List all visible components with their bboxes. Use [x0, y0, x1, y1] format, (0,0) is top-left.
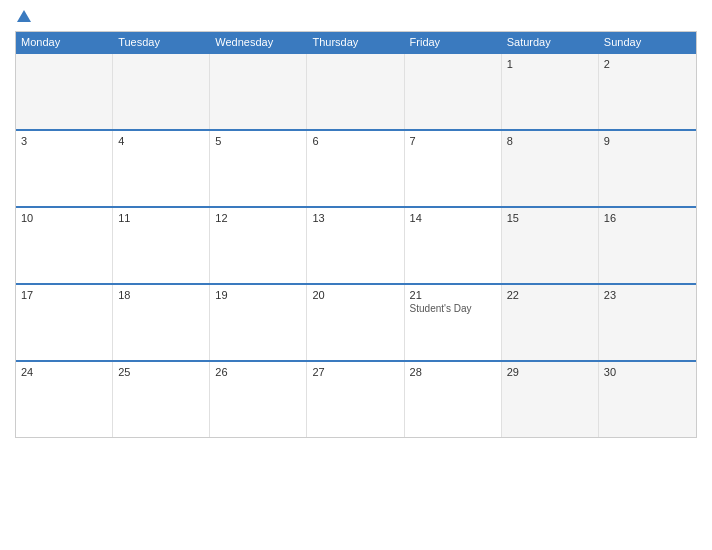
- day-number: 6: [312, 135, 398, 147]
- day-cell: 14: [405, 208, 502, 283]
- day-cell: 12: [210, 208, 307, 283]
- day-cell: 2: [599, 54, 696, 129]
- day-cell: [113, 54, 210, 129]
- calendar: MondayTuesdayWednesdayThursdayFridaySatu…: [15, 31, 697, 438]
- calendar-body: 123456789101112131415161718192021Student…: [16, 52, 696, 437]
- day-number: 5: [215, 135, 301, 147]
- day-number: 9: [604, 135, 691, 147]
- day-number: 22: [507, 289, 593, 301]
- day-cell: 7: [405, 131, 502, 206]
- day-cell: [210, 54, 307, 129]
- week-row-2: 3456789: [16, 129, 696, 206]
- day-cell: 21Student's Day: [405, 285, 502, 360]
- day-cell: 28: [405, 362, 502, 437]
- day-cell: 5: [210, 131, 307, 206]
- day-cell: 26: [210, 362, 307, 437]
- page: MondayTuesdayWednesdayThursdayFridaySatu…: [0, 0, 712, 550]
- day-number: 15: [507, 212, 593, 224]
- logo: [15, 10, 31, 23]
- day-cell: 15: [502, 208, 599, 283]
- header: [15, 10, 697, 23]
- day-number: 29: [507, 366, 593, 378]
- day-cell: 27: [307, 362, 404, 437]
- day-number: 30: [604, 366, 691, 378]
- day-number: 18: [118, 289, 204, 301]
- day-number: 17: [21, 289, 107, 301]
- day-cell: 3: [16, 131, 113, 206]
- day-cell: [16, 54, 113, 129]
- day-number: 28: [410, 366, 496, 378]
- day-number: 3: [21, 135, 107, 147]
- day-cell: 8: [502, 131, 599, 206]
- day-cell: 17: [16, 285, 113, 360]
- day-cell: 30: [599, 362, 696, 437]
- weekday-header-monday: Monday: [16, 32, 113, 52]
- day-cell: 10: [16, 208, 113, 283]
- day-cell: 29: [502, 362, 599, 437]
- day-cell: 13: [307, 208, 404, 283]
- weekday-header-friday: Friday: [405, 32, 502, 52]
- day-number: 25: [118, 366, 204, 378]
- day-cell: 1: [502, 54, 599, 129]
- day-cell: 11: [113, 208, 210, 283]
- day-number: 14: [410, 212, 496, 224]
- day-cell: 23: [599, 285, 696, 360]
- weekday-header-thursday: Thursday: [307, 32, 404, 52]
- day-number: 20: [312, 289, 398, 301]
- day-number: 4: [118, 135, 204, 147]
- weekday-header-tuesday: Tuesday: [113, 32, 210, 52]
- week-row-1: 12: [16, 52, 696, 129]
- day-cell: 9: [599, 131, 696, 206]
- day-number: 11: [118, 212, 204, 224]
- day-number: 10: [21, 212, 107, 224]
- week-row-4: 1718192021Student's Day2223: [16, 283, 696, 360]
- weekday-header-saturday: Saturday: [502, 32, 599, 52]
- logo-blue-text: [15, 10, 31, 23]
- day-number: 16: [604, 212, 691, 224]
- day-number: 8: [507, 135, 593, 147]
- calendar-header: MondayTuesdayWednesdayThursdayFridaySatu…: [16, 32, 696, 52]
- day-cell: 25: [113, 362, 210, 437]
- day-number: 26: [215, 366, 301, 378]
- weekday-header-wednesday: Wednesday: [210, 32, 307, 52]
- day-cell: 24: [16, 362, 113, 437]
- weekday-header-sunday: Sunday: [599, 32, 696, 52]
- day-cell: 22: [502, 285, 599, 360]
- day-cell: [307, 54, 404, 129]
- day-number: 23: [604, 289, 691, 301]
- logo-triangle-icon: [17, 10, 31, 22]
- day-cell: 16: [599, 208, 696, 283]
- day-cell: 20: [307, 285, 404, 360]
- week-row-3: 10111213141516: [16, 206, 696, 283]
- day-cell: 4: [113, 131, 210, 206]
- day-number: 24: [21, 366, 107, 378]
- day-cell: 18: [113, 285, 210, 360]
- day-number: 1: [507, 58, 593, 70]
- day-number: 27: [312, 366, 398, 378]
- day-cell: [405, 54, 502, 129]
- day-number: 19: [215, 289, 301, 301]
- day-number: 13: [312, 212, 398, 224]
- day-number: 2: [604, 58, 691, 70]
- day-cell: 6: [307, 131, 404, 206]
- day-number: 12: [215, 212, 301, 224]
- day-number: 21: [410, 289, 496, 301]
- week-row-5: 24252627282930: [16, 360, 696, 437]
- day-number: 7: [410, 135, 496, 147]
- day-cell: 19: [210, 285, 307, 360]
- day-event: Student's Day: [410, 303, 496, 314]
